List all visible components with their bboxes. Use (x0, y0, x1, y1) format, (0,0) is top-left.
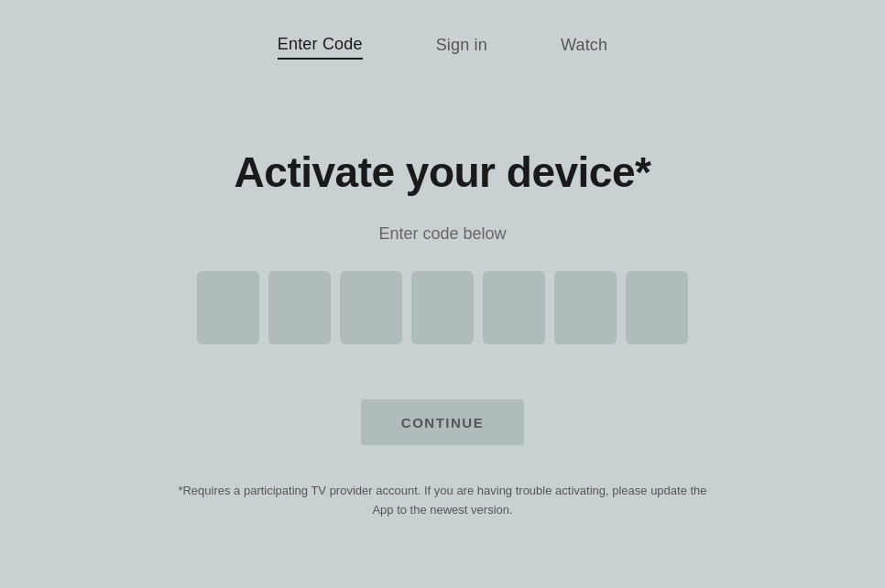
main-content: Activate your device* Enter code below C… (178, 147, 706, 520)
tab-sign-in[interactable]: Sign in (436, 36, 487, 59)
code-input-group (197, 271, 688, 344)
code-box-3[interactable] (340, 271, 402, 344)
tab-watch[interactable]: Watch (561, 36, 607, 59)
code-box-5[interactable] (483, 271, 545, 344)
tab-enter-code[interactable]: Enter Code (278, 35, 363, 60)
code-box-6[interactable] (554, 271, 617, 344)
enter-code-subtitle: Enter code below (378, 224, 506, 244)
code-box-7[interactable] (626, 271, 688, 344)
code-box-2[interactable] (268, 271, 331, 344)
footer-note: *Requires a participating TV provider ac… (178, 482, 706, 520)
code-box-1[interactable] (197, 271, 259, 344)
nav-tabs: Enter Code Sign in Watch (278, 0, 607, 74)
continue-button[interactable]: CONTINUE (361, 399, 524, 445)
code-box-4[interactable] (411, 271, 474, 344)
page-title: Activate your device* (235, 147, 651, 197)
